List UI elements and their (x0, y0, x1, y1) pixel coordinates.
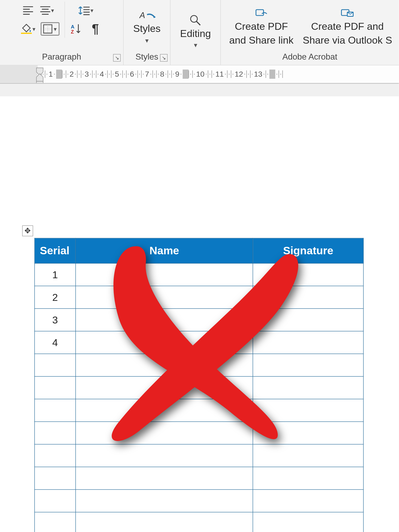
paragraph-launcher[interactable] (113, 54, 120, 61)
cell-serial[interactable] (35, 354, 76, 376)
cell-name[interactable] (76, 286, 253, 309)
ruler-number: 5 (115, 70, 119, 78)
ruler-number: 13 (254, 70, 263, 78)
editing-group: Editing ▾ (171, 0, 221, 65)
svg-rect-8 (21, 33, 32, 34)
ruler-number: 12 (235, 70, 243, 78)
svg-text:A: A (139, 11, 145, 20)
cell-serial[interactable] (35, 467, 76, 489)
shading-button[interactable]: ▾ (21, 22, 35, 36)
styles-group-label: Styles (135, 52, 158, 61)
cell-signature[interactable] (253, 422, 363, 444)
table-row[interactable] (35, 467, 363, 489)
svg-marker-25 (36, 74, 43, 81)
adobe-acrobat-group-label: Adobe Acrobat (282, 52, 337, 61)
cell-name[interactable] (76, 376, 253, 399)
editing-button[interactable]: Editing ▾ (173, 11, 218, 49)
cell-name[interactable] (76, 444, 253, 467)
borders-button[interactable]: ▾ (40, 22, 59, 35)
table-row[interactable] (35, 512, 363, 532)
table-row[interactable] (35, 399, 363, 422)
cell-name[interactable] (76, 422, 253, 444)
cell-signature[interactable] (253, 263, 363, 286)
cell-signature[interactable] (253, 399, 363, 422)
ruler-number: 9 (175, 70, 180, 78)
show-hide-paragraph-button[interactable]: ¶ (88, 22, 103, 36)
table-row[interactable] (35, 354, 363, 376)
ruler-tab-stop[interactable] (183, 69, 189, 79)
cell-name[interactable] (76, 467, 253, 489)
cell-name[interactable] (76, 489, 253, 512)
styles-group: A Styles ▾ Styles (124, 0, 171, 65)
table-row[interactable]: 1 (35, 263, 363, 286)
cell-signature[interactable] (253, 309, 363, 331)
cell-serial[interactable]: 3 (35, 309, 76, 331)
table-row[interactable] (35, 489, 363, 512)
cell-name[interactable] (76, 263, 253, 286)
cell-name[interactable] (76, 354, 253, 376)
ruler-number: 6 (130, 70, 134, 78)
cell-signature[interactable] (253, 331, 363, 354)
cell-serial[interactable]: 4 (35, 331, 76, 354)
align-dropdown[interactable]: ▾ (40, 3, 54, 18)
paragraph-group-label: Paragraph (42, 52, 81, 61)
cell-signature[interactable] (253, 444, 363, 467)
cell-name[interactable] (76, 399, 253, 422)
cell-signature[interactable] (253, 489, 363, 512)
cell-serial[interactable] (35, 512, 76, 532)
line-spacing-button[interactable]: ▾ (69, 3, 102, 18)
ribbon: ▾ ▾ ▾ (0, 0, 399, 65)
cell-serial[interactable]: 2 (35, 286, 76, 309)
table-row[interactable] (35, 422, 363, 444)
cell-serial[interactable] (35, 399, 76, 422)
cell-serial[interactable] (35, 422, 76, 444)
table-header-row: Serial Name Signature (35, 238, 363, 263)
ruler-tab-stop[interactable] (56, 69, 62, 79)
cell-name[interactable] (76, 512, 253, 532)
styles-button[interactable]: A Styles ▾ (127, 7, 167, 44)
table-move-handle[interactable]: ✥ (22, 225, 33, 236)
create-pdf-share-link-button[interactable]: Create PDF and Share link (226, 5, 297, 47)
ruler-number: 1 (49, 70, 53, 78)
adobe-acrobat-group: Create PDF and Share link Create PDF and… (221, 0, 399, 65)
horizontal-ruler[interactable]: 12345678910111213 (0, 65, 399, 84)
styles-icon: A (139, 9, 155, 21)
search-icon (187, 14, 204, 26)
paragraph-group: ▾ ▾ ▾ (0, 0, 124, 65)
table-row[interactable]: 2 (35, 286, 363, 309)
chevron-down-icon: ▾ (145, 36, 149, 44)
cell-signature[interactable] (253, 467, 363, 489)
ruler-number: 2 (69, 70, 74, 78)
table-row[interactable]: 3 (35, 309, 363, 331)
header-signature[interactable]: Signature (253, 238, 363, 263)
cell-signature[interactable] (253, 512, 363, 532)
align-left-icon[interactable] (21, 3, 35, 18)
table-row[interactable] (35, 376, 363, 399)
indent-marker[interactable] (36, 65, 44, 84)
cell-name[interactable] (76, 331, 253, 354)
create-pdf-outlook-button[interactable]: Create PDF and Share via Outlook S (301, 5, 394, 47)
cell-serial[interactable] (35, 376, 76, 399)
table-row[interactable] (35, 444, 363, 467)
ruler-number: 10 (196, 70, 205, 78)
document-area: ✥ Serial Name Signature 1234 (0, 84, 399, 532)
cell-signature[interactable] (253, 354, 363, 376)
cell-serial[interactable] (35, 489, 76, 512)
svg-rect-26 (36, 81, 43, 84)
ruler-number: 11 (215, 70, 224, 78)
cell-serial[interactable] (35, 444, 76, 467)
cell-name[interactable] (76, 309, 253, 331)
header-name[interactable]: Name (76, 238, 253, 263)
svg-rect-21 (256, 10, 263, 16)
cell-signature[interactable] (253, 286, 363, 309)
pdf-link-icon (253, 7, 270, 19)
svg-text:A: A (70, 24, 74, 30)
header-serial[interactable]: Serial (35, 238, 76, 263)
styles-launcher[interactable] (160, 54, 168, 61)
sort-button[interactable]: AZ (69, 22, 83, 36)
document-table[interactable]: Serial Name Signature 1234 (34, 238, 364, 532)
cell-signature[interactable] (253, 376, 363, 399)
cell-serial[interactable]: 1 (35, 263, 76, 286)
ruler-tab-stop[interactable] (269, 69, 275, 79)
table-row[interactable]: 4 (35, 331, 363, 354)
